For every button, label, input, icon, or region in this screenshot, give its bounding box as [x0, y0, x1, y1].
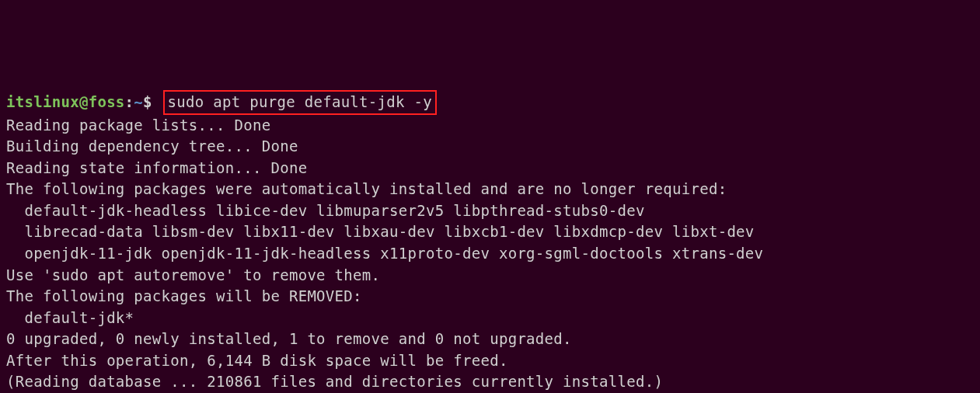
terminal[interactable]: itslinux@foss:~$ sudo apt purge default-…	[6, 90, 974, 393]
output-line: Reading package lists... Done	[6, 117, 270, 134]
output-line: librecad-data libsm-dev libx11-dev libxa…	[6, 223, 755, 240]
output-line: Reading state information... Done	[6, 159, 307, 176]
output-line: After this operation, 6,144 B disk space…	[6, 352, 508, 369]
command-highlighted: sudo apt purge default-jdk -y	[163, 90, 437, 115]
prompt-colon: :	[125, 93, 134, 110]
output-line: default-jdk-headless libice-dev libmupar…	[6, 202, 645, 219]
prompt-tilde: ~	[134, 93, 143, 110]
prompt-line-1: itslinux@foss:~$ sudo apt purge default-…	[6, 93, 437, 110]
output-line: (Reading database ... 210861 files and d…	[6, 373, 663, 390]
output-line: openjdk-11-jdk openjdk-11-jdk-headless x…	[6, 245, 763, 262]
prompt-dollar: $	[143, 93, 161, 110]
prompt-user: itslinux@foss	[6, 93, 125, 110]
output-line: Use 'sudo apt autoremove' to remove them…	[6, 266, 380, 283]
output-line: The following packages were automaticall…	[6, 180, 727, 197]
output-line: 0 upgraded, 0 newly installed, 1 to remo…	[6, 330, 572, 347]
output-line: Building dependency tree... Done	[6, 137, 298, 155]
output-line: default-jdk*	[6, 309, 134, 326]
output-line: The following packages will be REMOVED:	[6, 287, 362, 304]
